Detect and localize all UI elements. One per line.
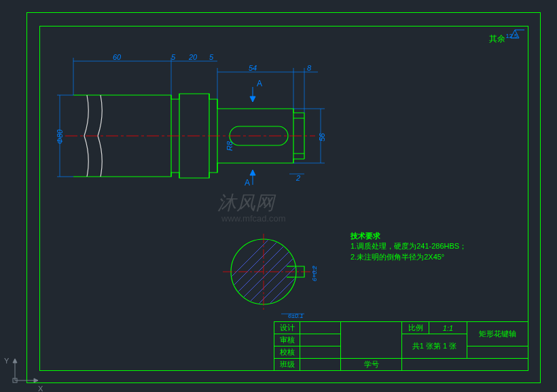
dim-56: 56 <box>318 133 326 141</box>
other-label: 其余12.5 <box>489 33 518 45</box>
tb-part-name: 矩形花键轴 <box>467 322 528 346</box>
hatching <box>213 220 326 333</box>
notes-line-1: 1.调质处理，硬度为241-286HBS； <box>351 241 467 251</box>
svg-line-31 <box>240 247 315 322</box>
dim-2: 2 <box>296 174 300 182</box>
svg-line-33 <box>246 253 321 327</box>
dim-5b: 5 <box>209 53 213 61</box>
dim-20: 20 <box>189 53 197 61</box>
svg-line-30 <box>219 226 293 300</box>
svg-line-32 <box>213 220 288 295</box>
dim-8: 8 <box>307 64 311 72</box>
ucs-icon <box>13 359 38 382</box>
dim-54: 54 <box>249 64 257 72</box>
dim-5a: 5 <box>171 53 175 61</box>
section-centerlines <box>223 234 317 311</box>
title-block: 设计比例1:1矩形花键轴 审核共1 张第 1 张 校核 班级学号 <box>274 321 528 371</box>
tb-stuno: 学号 <box>341 359 402 371</box>
notes-line-2: 2.未注明的倒角半径为2X45° <box>351 252 467 262</box>
svg-line-28 <box>230 236 304 311</box>
notes-title: 技术要求 <box>351 231 467 241</box>
tb-check: 校核 <box>274 346 300 359</box>
tb-scale-v: 1:1 <box>429 322 467 334</box>
tb-review: 审核 <box>274 334 300 346</box>
dim-6a: 6±0.1 <box>288 313 303 319</box>
section-label-a2: A <box>245 178 250 188</box>
tb-scale-l: 比例 <box>402 322 429 334</box>
dim-60: 60 <box>113 53 121 61</box>
dim-6p: 6+0.2 <box>311 266 318 281</box>
svg-line-27 <box>224 231 299 306</box>
section-label-a1: A <box>257 79 262 88</box>
tech-notes: 技术要求 1.调质处理，硬度为241-286HBS； 2.未注明的倒角半径为2X… <box>351 231 467 262</box>
tb-design: 设计 <box>274 322 300 334</box>
dim-lines <box>57 58 325 177</box>
section-dims <box>281 266 314 314</box>
tb-sheet: 共1 张第 1 张 <box>402 334 467 359</box>
tb-class: 班级 <box>274 359 300 371</box>
svg-line-29 <box>235 242 310 317</box>
dim-phi80: Φ80 <box>56 130 64 144</box>
dim-r8: R8 <box>226 141 234 151</box>
